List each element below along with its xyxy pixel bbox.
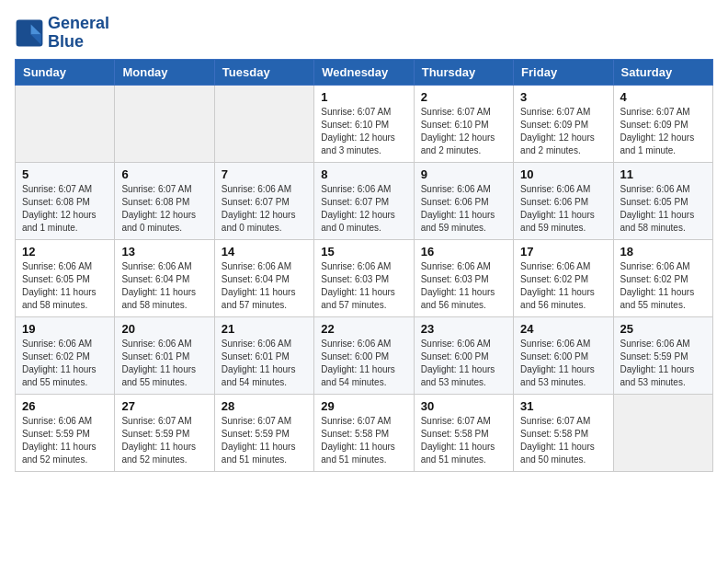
calendar-header: General Blue xyxy=(15,15,713,52)
calendar-day-cell: 27Sunrise: 6:07 AMSunset: 5:59 PMDayligh… xyxy=(115,394,214,471)
calendar-day-cell: 26Sunrise: 6:06 AMSunset: 5:59 PMDayligh… xyxy=(16,394,115,471)
day-info: Sunrise: 6:06 AMSunset: 6:06 PMDaylight:… xyxy=(421,183,506,235)
day-number: 29 xyxy=(321,399,406,413)
day-number: 25 xyxy=(620,322,706,336)
calendar-day-cell: 29Sunrise: 6:07 AMSunset: 5:58 PMDayligh… xyxy=(314,394,414,471)
day-info: Sunrise: 6:06 AMSunset: 6:01 PMDaylight:… xyxy=(222,338,307,389)
calendar-day-cell: 18Sunrise: 6:06 AMSunset: 6:02 PMDayligh… xyxy=(613,239,712,316)
day-number: 7 xyxy=(222,167,307,181)
calendar-day-cell: 25Sunrise: 6:06 AMSunset: 5:59 PMDayligh… xyxy=(613,316,712,394)
day-info: Sunrise: 6:07 AMSunset: 5:58 PMDaylight:… xyxy=(321,415,406,466)
weekday-header-cell: Friday xyxy=(514,59,613,85)
day-info: Sunrise: 6:07 AMSunset: 6:08 PMDaylight:… xyxy=(121,183,207,235)
calendar-day-cell: 6Sunrise: 6:07 AMSunset: 6:08 PMDaylight… xyxy=(115,162,214,239)
day-number: 22 xyxy=(321,322,406,336)
day-number: 1 xyxy=(321,90,406,104)
day-number: 4 xyxy=(620,90,706,104)
day-info: Sunrise: 6:06 AMSunset: 6:01 PMDaylight:… xyxy=(121,338,207,389)
day-number: 21 xyxy=(222,322,307,336)
day-info: Sunrise: 6:06 AMSunset: 6:02 PMDaylight:… xyxy=(22,338,108,389)
day-info: Sunrise: 6:07 AMSunset: 6:08 PMDaylight:… xyxy=(22,183,108,235)
day-number: 10 xyxy=(520,167,606,181)
calendar-table: SundayMondayTuesdayWednesdayThursdayFrid… xyxy=(15,59,713,472)
calendar-day-cell xyxy=(115,85,214,162)
day-info: Sunrise: 6:06 AMSunset: 6:02 PMDaylight:… xyxy=(520,260,606,312)
day-number: 31 xyxy=(520,399,606,413)
day-info: Sunrise: 6:06 AMSunset: 6:05 PMDaylight:… xyxy=(22,260,108,312)
day-info: Sunrise: 6:06 AMSunset: 6:07 PMDaylight:… xyxy=(321,183,406,235)
weekday-header-cell: Wednesday xyxy=(314,59,414,85)
calendar-body: 1Sunrise: 6:07 AMSunset: 6:10 PMDaylight… xyxy=(16,85,713,471)
day-number: 20 xyxy=(121,322,207,336)
calendar-week-row: 1Sunrise: 6:07 AMSunset: 6:10 PMDaylight… xyxy=(16,85,713,162)
day-number: 11 xyxy=(620,167,706,181)
calendar-day-cell xyxy=(16,85,115,162)
day-number: 26 xyxy=(22,399,108,413)
calendar-day-cell: 24Sunrise: 6:06 AMSunset: 6:00 PMDayligh… xyxy=(514,316,613,394)
calendar-day-cell: 31Sunrise: 6:07 AMSunset: 5:58 PMDayligh… xyxy=(514,394,613,471)
day-info: Sunrise: 6:07 AMSunset: 5:58 PMDaylight:… xyxy=(520,415,606,466)
day-info: Sunrise: 6:07 AMSunset: 5:58 PMDaylight:… xyxy=(421,415,506,466)
calendar-day-cell: 12Sunrise: 6:06 AMSunset: 6:05 PMDayligh… xyxy=(16,239,115,316)
calendar-day-cell: 4Sunrise: 6:07 AMSunset: 6:09 PMDaylight… xyxy=(613,85,712,162)
day-number: 15 xyxy=(321,245,406,259)
calendar-day-cell: 14Sunrise: 6:06 AMSunset: 6:04 PMDayligh… xyxy=(214,239,313,316)
day-number: 28 xyxy=(222,399,307,413)
calendar-day-cell: 5Sunrise: 6:07 AMSunset: 6:08 PMDaylight… xyxy=(16,162,115,239)
calendar-day-cell: 20Sunrise: 6:06 AMSunset: 6:01 PMDayligh… xyxy=(115,316,214,394)
day-info: Sunrise: 6:07 AMSunset: 5:59 PMDaylight:… xyxy=(222,415,307,466)
day-number: 6 xyxy=(121,167,207,181)
weekday-header-row: SundayMondayTuesdayWednesdayThursdayFrid… xyxy=(16,59,713,85)
day-info: Sunrise: 6:06 AMSunset: 6:04 PMDaylight:… xyxy=(121,260,207,312)
calendar-day-cell: 2Sunrise: 6:07 AMSunset: 6:10 PMDaylight… xyxy=(414,85,513,162)
day-number: 16 xyxy=(421,245,506,259)
day-info: Sunrise: 6:06 AMSunset: 6:00 PMDaylight:… xyxy=(421,338,506,389)
day-info: Sunrise: 6:06 AMSunset: 6:03 PMDaylight:… xyxy=(321,260,406,312)
day-info: Sunrise: 6:06 AMSunset: 6:00 PMDaylight:… xyxy=(520,338,606,389)
calendar-day-cell: 11Sunrise: 6:06 AMSunset: 6:05 PMDayligh… xyxy=(613,162,712,239)
day-number: 3 xyxy=(520,90,606,104)
logo: General Blue xyxy=(15,15,109,52)
day-number: 18 xyxy=(620,245,706,259)
day-info: Sunrise: 6:07 AMSunset: 6:09 PMDaylight:… xyxy=(520,106,606,157)
calendar-day-cell xyxy=(613,394,712,471)
calendar-day-cell: 15Sunrise: 6:06 AMSunset: 6:03 PMDayligh… xyxy=(314,239,414,316)
day-number: 9 xyxy=(421,167,506,181)
weekday-header-cell: Monday xyxy=(115,59,214,85)
logo-text: General Blue xyxy=(48,15,109,52)
weekday-header-cell: Saturday xyxy=(613,59,712,85)
day-number: 2 xyxy=(421,90,506,104)
calendar-day-cell: 23Sunrise: 6:06 AMSunset: 6:00 PMDayligh… xyxy=(414,316,513,394)
day-info: Sunrise: 6:06 AMSunset: 6:00 PMDaylight:… xyxy=(321,338,406,389)
calendar-day-cell: 7Sunrise: 6:06 AMSunset: 6:07 PMDaylight… xyxy=(214,162,313,239)
weekday-header-cell: Tuesday xyxy=(214,59,313,85)
day-info: Sunrise: 6:06 AMSunset: 6:04 PMDaylight:… xyxy=(222,260,307,312)
calendar-week-row: 19Sunrise: 6:06 AMSunset: 6:02 PMDayligh… xyxy=(16,316,713,394)
day-info: Sunrise: 6:06 AMSunset: 6:05 PMDaylight:… xyxy=(620,183,706,235)
calendar-day-cell: 19Sunrise: 6:06 AMSunset: 6:02 PMDayligh… xyxy=(16,316,115,394)
day-info: Sunrise: 6:06 AMSunset: 6:07 PMDaylight:… xyxy=(222,183,307,235)
calendar-week-row: 12Sunrise: 6:06 AMSunset: 6:05 PMDayligh… xyxy=(16,239,713,316)
day-number: 14 xyxy=(222,245,307,259)
day-info: Sunrise: 6:06 AMSunset: 6:02 PMDaylight:… xyxy=(620,260,706,312)
day-info: Sunrise: 6:07 AMSunset: 6:10 PMDaylight:… xyxy=(421,106,506,157)
calendar-day-cell: 21Sunrise: 6:06 AMSunset: 6:01 PMDayligh… xyxy=(214,316,313,394)
logo-icon xyxy=(15,18,44,48)
calendar-day-cell: 28Sunrise: 6:07 AMSunset: 5:59 PMDayligh… xyxy=(214,394,313,471)
calendar-day-cell: 3Sunrise: 6:07 AMSunset: 6:09 PMDaylight… xyxy=(514,85,613,162)
calendar-week-row: 26Sunrise: 6:06 AMSunset: 5:59 PMDayligh… xyxy=(16,394,713,471)
day-info: Sunrise: 6:07 AMSunset: 5:59 PMDaylight:… xyxy=(121,415,207,466)
day-number: 5 xyxy=(22,167,108,181)
calendar-day-cell xyxy=(214,85,313,162)
day-number: 27 xyxy=(121,399,207,413)
calendar-day-cell: 17Sunrise: 6:06 AMSunset: 6:02 PMDayligh… xyxy=(514,239,613,316)
day-number: 24 xyxy=(520,322,606,336)
calendar-day-cell: 9Sunrise: 6:06 AMSunset: 6:06 PMDaylight… xyxy=(414,162,513,239)
day-info: Sunrise: 6:06 AMSunset: 5:59 PMDaylight:… xyxy=(620,338,706,389)
day-info: Sunrise: 6:07 AMSunset: 6:10 PMDaylight:… xyxy=(321,106,406,157)
day-number: 23 xyxy=(421,322,506,336)
weekday-header-cell: Sunday xyxy=(16,59,115,85)
calendar-week-row: 5Sunrise: 6:07 AMSunset: 6:08 PMDaylight… xyxy=(16,162,713,239)
calendar-day-cell: 30Sunrise: 6:07 AMSunset: 5:58 PMDayligh… xyxy=(414,394,513,471)
day-number: 12 xyxy=(22,245,108,259)
